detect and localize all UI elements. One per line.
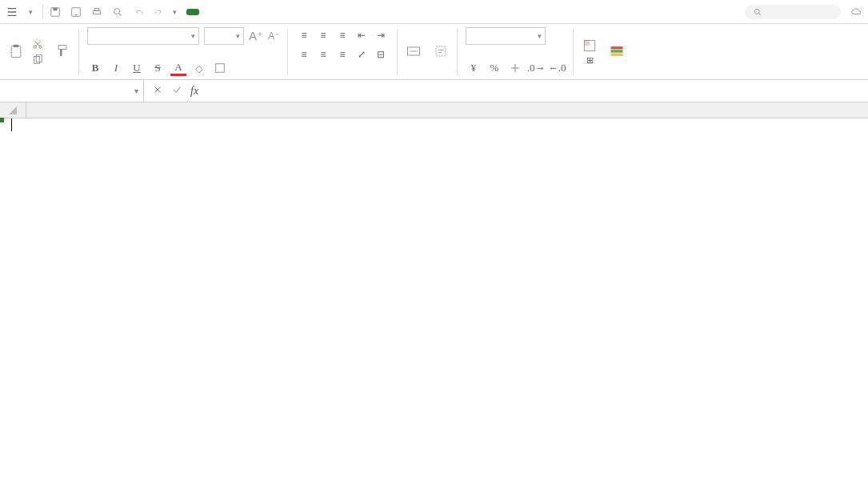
format-painter-button[interactable] bbox=[51, 42, 74, 62]
chevron-down-icon: ▾ bbox=[134, 86, 138, 95]
align-right-icon[interactable]: ≡ bbox=[334, 46, 350, 62]
chevron-down-icon: ▾ bbox=[29, 8, 33, 16]
font-color-button[interactable]: A bbox=[170, 60, 186, 76]
spreadsheet-grid[interactable] bbox=[0, 102, 868, 118]
svg-rect-3 bbox=[94, 10, 101, 14]
increase-font-icon[interactable]: A⁺ bbox=[249, 29, 263, 43]
merge-indent-icon[interactable]: ⊟ bbox=[373, 46, 389, 62]
svg-rect-1 bbox=[53, 7, 57, 10]
chevron-down-icon: ▾ bbox=[236, 32, 240, 40]
svg-point-6 bbox=[754, 9, 759, 14]
tab-review[interactable] bbox=[266, 9, 279, 15]
wrap-text-button[interactable] bbox=[430, 42, 452, 62]
cell-format-label: ⊞ bbox=[586, 55, 594, 66]
separator bbox=[397, 29, 398, 75]
print-icon[interactable] bbox=[90, 5, 104, 19]
align-left-icon[interactable]: ≡ bbox=[296, 46, 312, 62]
svg-point-5 bbox=[114, 8, 120, 14]
command-search[interactable] bbox=[745, 5, 841, 19]
bold-button[interactable]: B bbox=[87, 60, 103, 76]
orientation-icon[interactable]: ⤢ bbox=[354, 46, 370, 62]
quick-access-toolbar: ▾ bbox=[48, 5, 177, 19]
merge-center-button[interactable] bbox=[402, 42, 425, 62]
svg-rect-13 bbox=[58, 45, 66, 49]
align-top-icon[interactable]: ≡ bbox=[296, 27, 312, 43]
app-menu-icon[interactable] bbox=[5, 5, 19, 19]
tab-data[interactable] bbox=[250, 9, 263, 15]
paste-button[interactable] bbox=[5, 42, 27, 62]
align-group: ≡ ≡ ≡ ⇤ ⇥ ≡ ≡ ≡ ⤢ ⊟ bbox=[293, 27, 392, 76]
svg-rect-18 bbox=[584, 40, 590, 46]
fill-color-button[interactable] bbox=[191, 60, 207, 76]
conditional-format-button[interactable] bbox=[606, 42, 628, 62]
formula-bar-row: ▾ fx bbox=[0, 80, 868, 102]
chevron-down-icon: ▾ bbox=[538, 32, 542, 40]
number-format-select[interactable]: ▾ bbox=[466, 27, 546, 45]
menubar: ▾ ▾ bbox=[0, 0, 868, 24]
separator bbox=[287, 29, 288, 75]
undo-icon[interactable] bbox=[131, 5, 146, 19]
qat-more-icon[interactable]: ▾ bbox=[173, 8, 177, 16]
font-group: ▾ ▾ A⁺ A⁻ B I U S A bbox=[84, 27, 282, 76]
tab-more[interactable] bbox=[330, 9, 343, 15]
svg-rect-16 bbox=[436, 46, 446, 56]
name-box[interactable]: ▾ bbox=[0, 80, 144, 102]
divider bbox=[42, 5, 43, 19]
number-group: ▾ ¥ % .0→ ←.0 bbox=[462, 27, 568, 76]
font-name-select[interactable]: ▾ bbox=[87, 27, 199, 45]
select-all-corner[interactable] bbox=[0, 102, 26, 118]
indent-decrease-icon[interactable]: ⇤ bbox=[354, 27, 370, 43]
align-bottom-icon[interactable]: ≡ bbox=[334, 27, 350, 43]
file-menu[interactable]: ▾ bbox=[22, 6, 38, 18]
save-as-icon[interactable] bbox=[69, 5, 83, 19]
tab-layout[interactable] bbox=[218, 9, 231, 15]
copy-icon bbox=[32, 54, 43, 66]
cancel-formula-icon[interactable] bbox=[152, 84, 163, 98]
tab-start[interactable] bbox=[186, 9, 199, 15]
tab-vip[interactable] bbox=[314, 9, 327, 15]
cloud-icon[interactable] bbox=[849, 5, 863, 19]
cut-button[interactable] bbox=[32, 38, 46, 50]
text-cursor bbox=[11, 118, 12, 131]
indent-increase-icon[interactable]: ⇥ bbox=[373, 27, 389, 43]
svg-rect-21 bbox=[611, 53, 623, 55]
svg-rect-7 bbox=[11, 46, 21, 57]
comma-button[interactable] bbox=[507, 60, 523, 76]
separator bbox=[573, 29, 574, 75]
ribbon-tabs bbox=[186, 9, 343, 15]
decrease-decimal-button[interactable]: ←.0 bbox=[549, 60, 565, 76]
currency-button[interactable]: ¥ bbox=[466, 60, 482, 76]
search-icon bbox=[753, 7, 762, 17]
underline-button[interactable]: U bbox=[129, 60, 145, 76]
redo-icon[interactable] bbox=[152, 5, 166, 19]
separator bbox=[78, 29, 79, 75]
accept-formula-icon[interactable] bbox=[171, 84, 182, 98]
svg-rect-8 bbox=[14, 44, 19, 46]
align-middle-icon[interactable]: ≡ bbox=[315, 27, 331, 43]
clipboard-group bbox=[32, 38, 46, 66]
italic-button[interactable]: I bbox=[108, 60, 124, 76]
increase-decimal-button[interactable]: .0→ bbox=[528, 60, 544, 76]
scissors-icon bbox=[32, 38, 43, 50]
print-preview-icon[interactable] bbox=[110, 5, 125, 19]
tab-view[interactable] bbox=[282, 9, 295, 15]
tab-dev[interactable] bbox=[298, 9, 311, 15]
tab-insert[interactable] bbox=[202, 9, 215, 15]
align-center-icon[interactable]: ≡ bbox=[315, 46, 331, 62]
active-cell-content bbox=[0, 118, 14, 131]
percent-button[interactable]: % bbox=[486, 60, 502, 76]
copy-button[interactable] bbox=[32, 54, 46, 66]
save-icon[interactable] bbox=[48, 5, 62, 19]
svg-rect-14 bbox=[216, 64, 225, 73]
svg-rect-19 bbox=[611, 46, 623, 49]
strike-button[interactable]: S bbox=[150, 60, 166, 76]
tab-formula[interactable] bbox=[234, 9, 247, 15]
cell-format-button[interactable]: ⊞ bbox=[578, 36, 601, 67]
column-header-row bbox=[0, 102, 868, 118]
svg-rect-4 bbox=[94, 8, 98, 10]
font-size-select[interactable]: ▾ bbox=[204, 27, 244, 45]
ribbon: ▾ ▾ A⁺ A⁻ B I U S A ≡ ≡ ≡ ⇤ ⇥ ≡ ≡ ≡ ⤢ ⊟ bbox=[0, 24, 868, 80]
border-button[interactable] bbox=[212, 60, 228, 76]
fx-icon[interactable]: fx bbox=[190, 85, 198, 98]
decrease-font-icon[interactable]: A⁻ bbox=[268, 30, 279, 42]
